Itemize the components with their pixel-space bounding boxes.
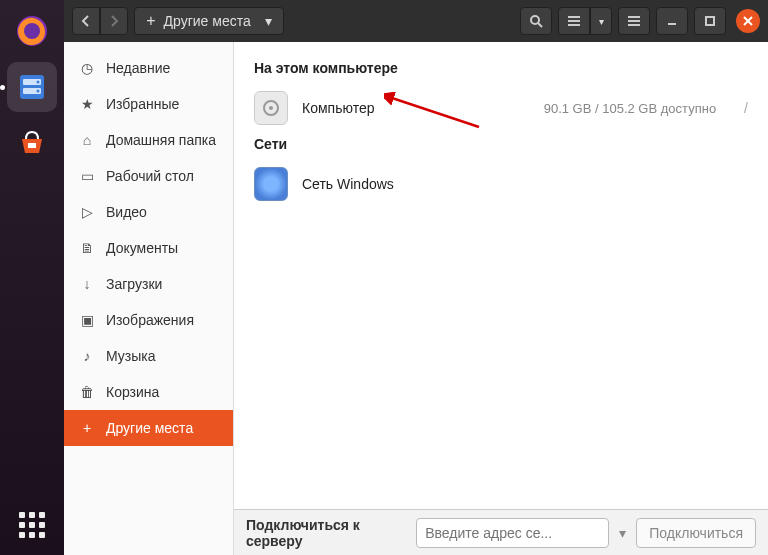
document-icon: 🗎 <box>78 240 96 256</box>
connect-button[interactable]: Подключиться <box>636 518 756 548</box>
svg-rect-2 <box>20 75 44 99</box>
titlebar: + Другие места ▾ ▾ <box>64 0 768 42</box>
sidebar-item-documents[interactable]: 🗎Документы <box>64 230 233 266</box>
plus-icon: + <box>146 12 155 30</box>
maximize-icon <box>704 15 716 27</box>
server-address-input[interactable] <box>416 518 609 548</box>
close-icon <box>743 16 753 26</box>
download-icon: ↓ <box>78 276 96 292</box>
back-button[interactable] <box>72 7 100 35</box>
content-area: На этом компьютере Компьютер 90.1 GB / 1… <box>234 42 768 509</box>
video-icon: ▷ <box>78 204 96 220</box>
svg-point-13 <box>269 106 273 110</box>
desktop-icon: ▭ <box>78 168 96 184</box>
files-window: + Другие места ▾ ▾ ◷Недавние ★Избранные … <box>64 0 768 555</box>
row-windows-network[interactable]: Сеть Windows <box>254 162 748 206</box>
svg-point-8 <box>531 16 539 24</box>
picture-icon: ▣ <box>78 312 96 328</box>
chevron-down-icon: ▾ <box>599 16 604 27</box>
view-list-button[interactable] <box>558 7 590 35</box>
sidebar-item-desktop[interactable]: ▭Рабочий стол <box>64 158 233 194</box>
network-icon <box>254 167 288 201</box>
dropdown-icon: ▾ <box>265 13 272 29</box>
svg-rect-7 <box>28 143 36 148</box>
maximize-button[interactable] <box>694 7 726 35</box>
section-computer-header: На этом компьютере <box>254 54 748 86</box>
plus-icon: + <box>78 420 96 436</box>
minimize-button[interactable] <box>656 7 688 35</box>
forward-button[interactable] <box>100 7 128 35</box>
nav-buttons <box>72 7 128 35</box>
dock-software[interactable] <box>7 118 57 168</box>
sidebar-item-starred[interactable]: ★Избранные <box>64 86 233 122</box>
software-icon <box>14 125 50 161</box>
main-pane: На этом компьютере Компьютер 90.1 GB / 1… <box>234 42 768 555</box>
svg-point-5 <box>37 81 40 84</box>
row-computer-info: 90.1 GB / 105.2 GB доступно <box>544 101 716 116</box>
hamburger-icon <box>627 15 641 27</box>
svg-point-1 <box>24 23 40 39</box>
minimize-icon <box>666 15 678 27</box>
sidebar-item-videos[interactable]: ▷Видео <box>64 194 233 230</box>
sidebar-item-downloads[interactable]: ↓Загрузки <box>64 266 233 302</box>
trash-icon: 🗑 <box>78 384 96 400</box>
show-apps-button[interactable] <box>12 505 52 545</box>
dock <box>0 0 64 555</box>
row-computer-label: Компьютер <box>302 100 374 116</box>
search-icon <box>529 14 543 28</box>
sidebar: ◷Недавние ★Избранные ⌂Домашняя папка ▭Ра… <box>64 42 234 555</box>
sidebar-item-recent[interactable]: ◷Недавние <box>64 50 233 86</box>
row-computer-path: / <box>744 100 748 116</box>
files-icon <box>14 69 50 105</box>
star-icon: ★ <box>78 96 96 112</box>
dropdown-icon[interactable]: ▾ <box>619 525 626 541</box>
view-dropdown-button[interactable]: ▾ <box>590 7 612 35</box>
chevron-right-icon <box>109 15 119 27</box>
connect-label: Подключиться к серверу <box>246 517 406 549</box>
music-icon: ♪ <box>78 348 96 364</box>
close-button[interactable] <box>736 9 760 33</box>
location-bar[interactable]: + Другие места ▾ <box>134 7 284 35</box>
section-networks-header: Сети <box>254 130 748 162</box>
sidebar-item-other-locations[interactable]: +Другие места <box>64 410 233 446</box>
firefox-icon <box>14 13 50 49</box>
home-icon: ⌂ <box>78 132 96 148</box>
menu-button[interactable] <box>618 7 650 35</box>
row-computer[interactable]: Компьютер 90.1 GB / 105.2 GB доступно / <box>254 86 748 130</box>
svg-line-9 <box>538 23 542 27</box>
sidebar-item-trash[interactable]: 🗑Корзина <box>64 374 233 410</box>
dock-firefox[interactable] <box>7 6 57 56</box>
svg-rect-11 <box>706 17 714 25</box>
disk-icon <box>254 91 288 125</box>
clock-icon: ◷ <box>78 60 96 76</box>
list-icon <box>567 15 581 27</box>
svg-point-6 <box>37 90 40 93</box>
search-button[interactable] <box>520 7 552 35</box>
sidebar-item-pictures[interactable]: ▣Изображения <box>64 302 233 338</box>
location-label: Другие места <box>164 13 251 29</box>
chevron-left-icon <box>81 15 91 27</box>
dock-files[interactable] <box>7 62 57 112</box>
connect-server-bar: Подключиться к серверу ▾ Подключиться <box>234 509 768 555</box>
row-network-label: Сеть Windows <box>302 176 394 192</box>
sidebar-item-home[interactable]: ⌂Домашняя папка <box>64 122 233 158</box>
sidebar-item-music[interactable]: ♪Музыка <box>64 338 233 374</box>
